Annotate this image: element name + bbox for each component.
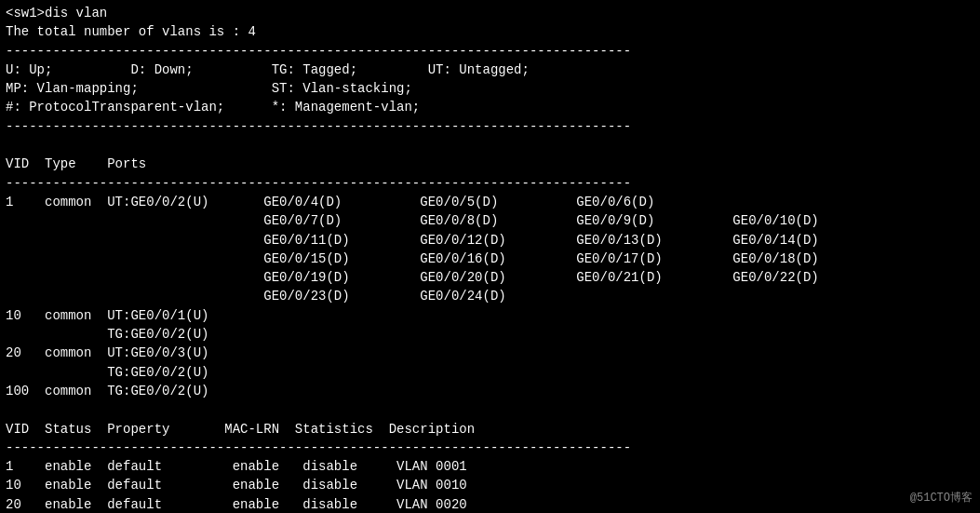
terminal-line: 1 common UT:GE0/0/2(U) GE0/0/4(D) GE0/0/… xyxy=(6,195,654,209)
terminal-line: GE0/0/15(D) GE0/0/16(D) GE0/0/17(D) GE0/… xyxy=(6,251,819,266)
watermark: @51CTO博客 xyxy=(910,490,973,506)
terminal-line: VID Type Ports xyxy=(6,156,146,171)
terminal-line: ----------------------------------------… xyxy=(6,176,631,191)
terminal-line: 1 enable default enable disable VLAN 000… xyxy=(6,459,467,474)
terminal-line: 20 enable default enable disable VLAN 00… xyxy=(6,497,467,512)
terminal-line: <sw1>dis vlan xyxy=(6,6,107,20)
terminal-window: <sw1>dis vlan The total number of vlans … xyxy=(0,0,980,513)
terminal-line: The total number of vlans is : 4 xyxy=(6,24,256,39)
terminal-line: TG:GE0/0/2(U) xyxy=(6,365,208,380)
terminal-line: ----------------------------------------… xyxy=(6,440,631,455)
terminal-line: U: Up; D: Down; TG: Tagged; UT: Untagged… xyxy=(6,62,530,77)
terminal-line: 10 common UT:GE0/0/1(U) xyxy=(6,308,208,323)
terminal-line: 20 common UT:GE0/0/3(U) xyxy=(6,345,208,360)
terminal-line: ----------------------------------------… xyxy=(6,44,631,59)
terminal-line: #: ProtocolTransparent-vlan; *: Manageme… xyxy=(6,100,420,115)
terminal-line: GE0/0/11(D) GE0/0/12(D) GE0/0/13(D) GE0/… xyxy=(6,233,819,248)
terminal-line: GE0/0/7(D) GE0/0/8(D) GE0/0/9(D) GE0/0/1… xyxy=(6,213,819,228)
terminal-line: TG:GE0/0/2(U) xyxy=(6,327,208,342)
terminal-line: ----------------------------------------… xyxy=(6,119,631,134)
terminal-line: MP: Vlan-mapping; ST: Vlan-stacking; xyxy=(6,81,412,96)
terminal-line: VID Status Property MAC-LRN Statistics D… xyxy=(6,422,475,437)
terminal-line: GE0/0/19(D) GE0/0/20(D) GE0/0/21(D) GE0/… xyxy=(6,270,819,285)
terminal-line: 100 common TG:GE0/0/2(U) xyxy=(6,384,208,398)
terminal-line: 10 enable default enable disable VLAN 00… xyxy=(6,478,467,493)
terminal-line: GE0/0/23(D) GE0/0/24(D) xyxy=(6,289,506,304)
